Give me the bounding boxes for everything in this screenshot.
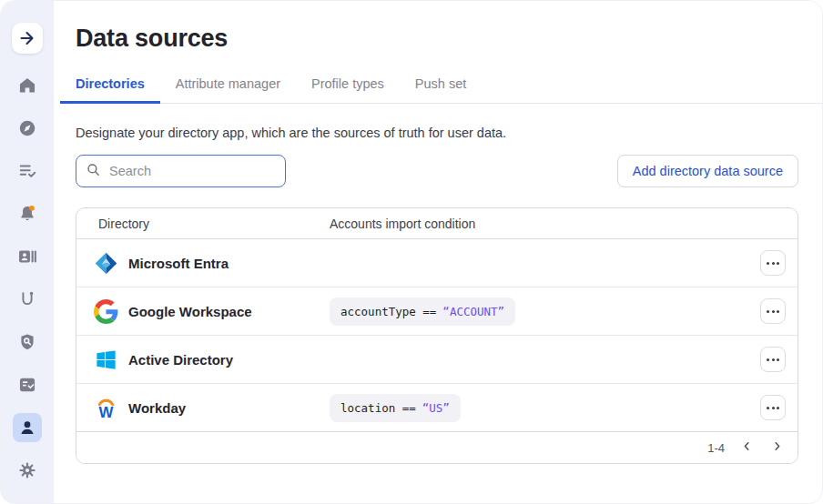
main-content: Data sources DirectoriesAttribute manage… bbox=[54, 1, 822, 503]
page-description: Designate your directory app, which are … bbox=[76, 126, 798, 140]
ellipsis-icon bbox=[767, 358, 769, 361]
google-logo bbox=[94, 299, 118, 324]
sidebar-item-reviews[interactable] bbox=[13, 370, 42, 399]
gear-icon bbox=[17, 460, 37, 480]
import-condition-chip: accountType ==“ACCOUNT” bbox=[330, 297, 515, 326]
tab-profile-types[interactable]: Profile types bbox=[296, 71, 400, 104]
chevron-left-icon-slot bbox=[741, 440, 753, 455]
sidebar-item-home[interactable] bbox=[13, 71, 42, 100]
sidebar bbox=[1, 1, 54, 503]
controls-row: Add directory data source bbox=[76, 155, 798, 187]
sidebar-item-settings[interactable] bbox=[13, 456, 42, 485]
search-icon-slot bbox=[86, 162, 101, 181]
compass-icon bbox=[17, 118, 37, 138]
ellipsis-icon bbox=[767, 407, 769, 409]
table-row[interactable]: W Workday location ==“US” bbox=[76, 384, 798, 432]
row-menu-button[interactable] bbox=[760, 347, 786, 372]
microsoft-entra-logo bbox=[94, 251, 118, 276]
windows-logo bbox=[94, 348, 118, 372]
home-icon bbox=[17, 76, 37, 96]
route-icon bbox=[17, 289, 37, 309]
sidebar-item-contacts[interactable] bbox=[13, 242, 42, 271]
page-title: Data sources bbox=[76, 25, 798, 53]
import-condition-chip: location ==“US” bbox=[330, 394, 461, 422]
directory-name: Active Directory bbox=[128, 352, 233, 368]
chevron-right-icon bbox=[771, 440, 783, 452]
person-icon bbox=[17, 418, 37, 438]
shield-search-icon bbox=[17, 332, 37, 352]
directory-name: Google Workspace bbox=[128, 304, 252, 319]
table-footer: 1-4 bbox=[76, 432, 798, 463]
workday-logo: W bbox=[94, 396, 118, 420]
contact-card-icon bbox=[17, 247, 37, 267]
table-row[interactable]: Active Directory bbox=[76, 336, 798, 384]
table-row[interactable]: Microsoft Entra bbox=[76, 239, 798, 287]
task-card-icon bbox=[17, 375, 37, 395]
table-row[interactable]: Google Workspace accountType ==“ACCOUNT” bbox=[76, 287, 798, 336]
ellipsis-icon bbox=[767, 310, 769, 313]
sidebar-item-launcher[interactable] bbox=[12, 23, 43, 54]
add-directory-data-source-button[interactable]: Add directory data source bbox=[617, 155, 798, 187]
bell-icon bbox=[17, 204, 37, 224]
ellipsis-icon bbox=[767, 262, 769, 265]
sidebar-item-explore[interactable] bbox=[13, 114, 42, 143]
sidebar-item-security[interactable] bbox=[13, 328, 42, 357]
list-check-icon bbox=[17, 161, 37, 181]
sidebar-item-workflows[interactable] bbox=[13, 285, 42, 314]
search-icon bbox=[86, 162, 101, 177]
row-menu-button[interactable] bbox=[760, 250, 786, 276]
search-box[interactable] bbox=[76, 155, 286, 187]
pagination-next-button[interactable] bbox=[769, 438, 785, 457]
sidebar-item-people[interactable] bbox=[13, 413, 42, 442]
table-header-row: Directory Accounts import condition bbox=[76, 208, 798, 239]
directory-name: Workday bbox=[128, 400, 186, 416]
table-body: Microsoft Entra Google Workspace account… bbox=[76, 239, 798, 432]
directory-name: Microsoft Entra bbox=[128, 256, 229, 271]
tab-push-set[interactable]: Push set bbox=[400, 71, 482, 104]
row-menu-button[interactable] bbox=[760, 395, 786, 420]
tab-directories[interactable]: Directories bbox=[60, 71, 160, 104]
tab-attribute-manager[interactable]: Attribute manager bbox=[160, 71, 296, 104]
column-header-accounts-import-condition: Accounts import condition bbox=[330, 217, 747, 231]
svg-text:W: W bbox=[98, 404, 113, 420]
column-header-directory: Directory bbox=[76, 217, 330, 231]
row-menu-button[interactable] bbox=[760, 298, 786, 324]
app-window: Data sources DirectoriesAttribute manage… bbox=[0, 0, 823, 504]
pagination-prev-button[interactable] bbox=[739, 438, 755, 457]
chevron-right-icon-slot bbox=[771, 440, 783, 455]
chevron-left-icon bbox=[741, 440, 753, 452]
pagination-range: 1-4 bbox=[707, 441, 725, 455]
directories-table: Directory Accounts import condition Micr… bbox=[76, 207, 798, 464]
arrow-right-icon bbox=[17, 28, 37, 48]
sidebar-item-notifications[interactable] bbox=[13, 199, 42, 228]
tab-bar: DirectoriesAttribute managerProfile type… bbox=[60, 71, 822, 104]
search-input[interactable] bbox=[109, 164, 279, 178]
sidebar-item-tasks[interactable] bbox=[13, 156, 42, 186]
